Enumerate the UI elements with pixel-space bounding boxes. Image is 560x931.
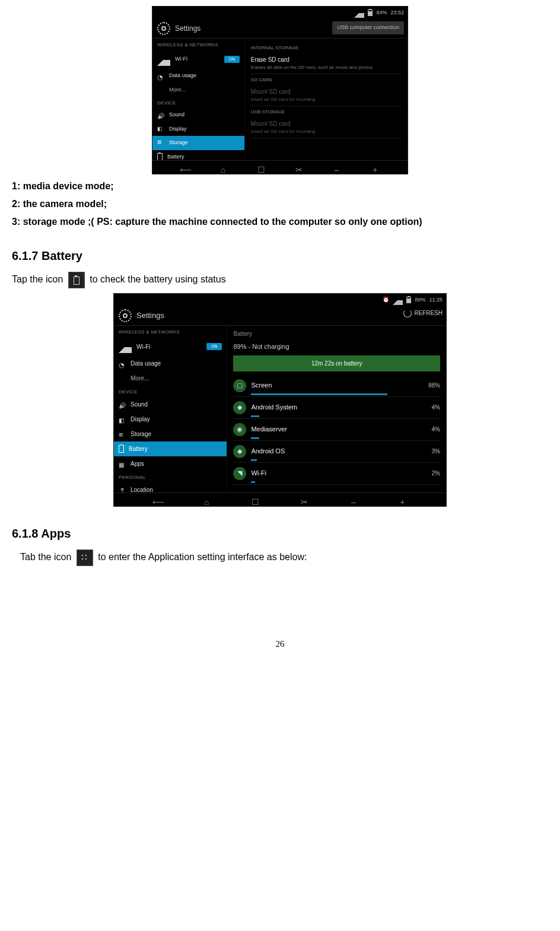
sidebar-item-more[interactable]: More... — [114, 371, 227, 386]
nav-recent-icon[interactable]: ☐ — [256, 164, 266, 171]
nav-vol-down-icon[interactable]: – — [332, 164, 342, 171]
navbar: ⟵ ⌂ ☐ ✂ – + — [152, 160, 408, 174]
row-sub: Erases all data on the SD card, such as … — [251, 64, 402, 71]
screenshot-battery: ⏰ 89% 11:25 Settings REFRESH WIRELESS & … — [113, 293, 447, 507]
sec-usb: USB STORAGE — [251, 109, 402, 116]
app-name: Wi-Fi — [251, 468, 427, 478]
storage-icon — [157, 139, 164, 147]
label: Wi-Fi — [175, 55, 187, 63]
sidebar-item-display[interactable]: Display — [152, 122, 244, 136]
label: Sound — [169, 111, 184, 119]
usage-list: ▢Screen88%◆Android System4%◉Mediaserver4… — [233, 375, 440, 485]
status-bar: ⏰ 89% 11:25 — [114, 294, 446, 306]
storage-icon — [119, 431, 126, 438]
mount-sd-row: Mount SD card Insert an SD card for moun… — [251, 85, 402, 106]
sidebar-item-display[interactable]: Display — [114, 412, 227, 427]
battery-duration-band[interactable]: 12m 22s on battery — [233, 355, 440, 371]
battery-pct: 84% — [376, 9, 387, 17]
label: Display — [131, 415, 150, 424]
sidebar: WIRELESS & NETWORKS Wi-Fi ON Data usage … — [152, 39, 245, 170]
usage-row[interactable]: ◆Android OS3% — [233, 441, 440, 463]
usage-row[interactable]: ◥Wi-Fi2% — [233, 463, 440, 485]
text-a: Tap the icon — [12, 274, 63, 284]
label: Battery — [129, 444, 148, 453]
refresh-button[interactable]: REFRESH — [403, 309, 443, 317]
sidebar-item-data[interactable]: Data usage — [152, 69, 244, 83]
status-time: 11:25 — [429, 296, 443, 304]
row-main: Mount SD card — [251, 87, 402, 96]
screenshot-storage: 84% 23:52 Settings USB computer connecti… — [152, 6, 408, 174]
page-number: 26 — [12, 637, 548, 651]
sidebar-item-battery[interactable]: Battery — [114, 441, 227, 456]
wifi-toggle[interactable]: ON — [224, 56, 240, 63]
heading-battery: 6.1.7 Battery — [12, 247, 548, 265]
nav-screenshot-icon[interactable]: ✂ — [299, 496, 310, 503]
nav-back-icon[interactable]: ⟵ — [152, 496, 163, 503]
sidebar: WIRELESS & NETWORKS Wi-Fi ON Data usage … — [114, 326, 227, 503]
nav-home-icon[interactable]: ⌂ — [201, 496, 212, 503]
erase-sd-row[interactable]: Erase SD card Erases all data on the SD … — [251, 53, 402, 74]
usage-bar — [251, 393, 387, 395]
gear-icon — [157, 22, 170, 35]
app-icon: ▢ — [233, 379, 246, 392]
status-bar: 84% 23:52 — [152, 7, 408, 19]
mode-line-2: 2: the camera model; — [12, 197, 548, 211]
nav-screenshot-icon[interactable]: ✂ — [294, 164, 304, 171]
usage-row[interactable]: ◉Mediaserver4% — [233, 419, 440, 441]
title: Settings — [136, 310, 164, 322]
row-main: Erase SD card — [251, 55, 402, 64]
nav-back-icon[interactable]: ⟵ — [180, 164, 190, 171]
sidebar-item-wifi[interactable]: Wi-Fi ON — [152, 50, 244, 69]
sidebar-item-wifi[interactable]: Wi-Fi ON — [114, 337, 227, 356]
cat-wireless: WIRELESS & NETWORKS — [114, 326, 227, 337]
nav-home-icon[interactable]: ⌂ — [218, 164, 228, 171]
battery-icon — [157, 153, 163, 161]
wifi-icon — [157, 53, 170, 66]
sidebar-item-storage[interactable]: Storage — [114, 427, 227, 441]
app-pct: 2% — [432, 469, 440, 478]
display-icon — [157, 125, 164, 132]
row-sub: Insert an SD card for mounting — [251, 96, 402, 103]
mount-usb-row: Mount SD card Insert an SD card for moun… — [251, 117, 402, 138]
sidebar-item-storage[interactable]: Storage — [152, 136, 244, 150]
refresh-icon — [403, 309, 412, 317]
row-main: Mount SD card — [251, 119, 402, 128]
sidebar-item-sound[interactable]: Sound — [114, 397, 227, 412]
gear-icon — [119, 309, 132, 322]
heading-apps: 6.1.8 Apps — [12, 525, 548, 542]
nav-recent-icon[interactable]: ☐ — [250, 496, 261, 503]
label: Display — [169, 125, 187, 134]
app-name: Android System — [251, 402, 427, 412]
nav-vol-down-icon[interactable]: – — [348, 496, 359, 503]
label: Storage — [169, 139, 188, 147]
data-icon — [157, 72, 164, 80]
sidebar-item-apps[interactable]: Apps — [114, 456, 227, 471]
sidebar-item-sound[interactable]: Sound — [152, 108, 244, 122]
usage-row[interactable]: ◆Android System4% — [233, 397, 440, 419]
wifi-icon — [354, 8, 364, 18]
alarm-icon: ⏰ — [383, 296, 389, 304]
app-name: Mediaserver — [251, 424, 427, 434]
app-icon: ◆ — [233, 445, 246, 458]
label: Storage — [131, 430, 151, 439]
wifi-icon — [119, 340, 132, 353]
nav-vol-up-icon[interactable]: + — [370, 164, 380, 171]
usb-connection-button[interactable]: USB computer connection — [332, 21, 404, 34]
battery-icon — [68, 272, 85, 288]
content-pane: Battery 89% - Not charging 12m 22s on ba… — [227, 326, 446, 503]
apps-icon — [77, 549, 93, 566]
sound-icon — [119, 401, 126, 408]
label: Wi-Fi — [136, 342, 150, 351]
sidebar-item-data[interactable]: Data usage — [114, 356, 227, 371]
nav-vol-up-icon[interactable]: + — [397, 496, 408, 503]
usage-bar — [251, 459, 257, 461]
wifi-icon — [393, 295, 403, 305]
label: Sound — [131, 400, 148, 409]
usage-bar — [251, 415, 259, 417]
sidebar-item-more[interactable]: More... — [152, 83, 244, 97]
usage-row[interactable]: ▢Screen88% — [233, 375, 440, 397]
text-a: Tab the icon — [20, 552, 74, 562]
wifi-toggle[interactable]: ON — [206, 343, 222, 350]
battery-icon — [119, 445, 124, 453]
app-icon: ◆ — [233, 401, 246, 414]
